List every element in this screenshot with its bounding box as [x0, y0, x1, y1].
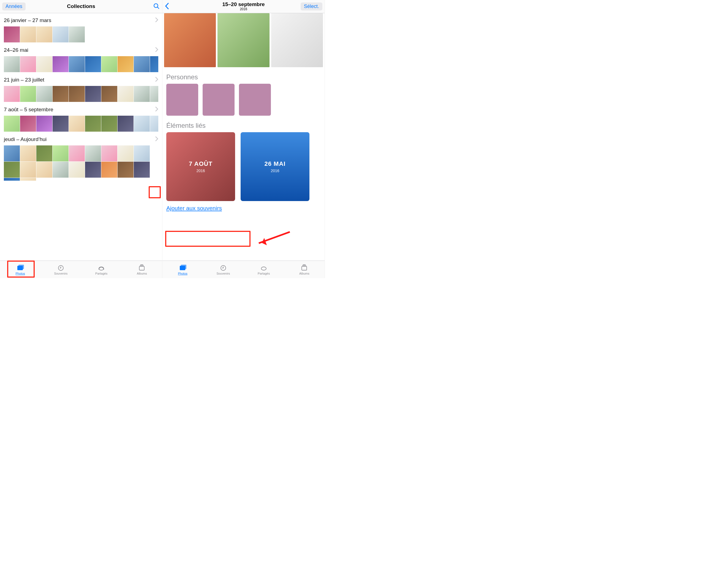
photo-thumb[interactable]: [20, 26, 36, 42]
thumbnail-strip: [4, 26, 158, 43]
people-heading: Personnes: [162, 67, 325, 84]
year: 2016: [222, 7, 264, 11]
memory-title: 7 AOÛT: [189, 160, 213, 168]
photo-thumb[interactable]: [134, 56, 150, 72]
tab-albums[interactable]: Albums: [122, 261, 162, 278]
photo-thumb[interactable]: [4, 162, 20, 178]
photo-thumb[interactable]: [101, 162, 117, 178]
page-title: Collections: [67, 4, 95, 9]
thumbnail-strip: [4, 145, 158, 181]
photo-thumb[interactable]: [20, 86, 36, 102]
navbar-left: Années Collections: [0, 0, 162, 13]
section-jun-jul[interactable]: 21 juin – 23 juillet: [4, 77, 158, 83]
chevron-right-icon: [155, 17, 158, 24]
person-face[interactable]: [239, 84, 271, 116]
select-button[interactable]: Sélect.: [301, 2, 322, 10]
tab-label: Souvenirs: [54, 272, 68, 275]
navbar-right: 15–20 septembre 2016 Sélect.: [162, 0, 325, 13]
section-aug-sep[interactable]: 7 août – 5 septembre: [4, 106, 158, 113]
photo-thumb[interactable]: [20, 145, 36, 162]
tab-label: Albums: [137, 272, 147, 275]
photo-thumb[interactable]: [69, 162, 85, 178]
photo-thumb[interactable]: [4, 56, 20, 72]
photo-thumb[interactable]: [118, 86, 133, 102]
photo-thumb[interactable]: [150, 56, 158, 72]
photo-thumb[interactable]: [118, 145, 133, 162]
memory-card[interactable]: 26 MAI 2016: [241, 132, 310, 201]
photo-thumb[interactable]: [118, 56, 133, 72]
svg-rect-3: [18, 265, 24, 269]
photo-thumb[interactable]: [134, 145, 150, 162]
photo-thumb[interactable]: [52, 86, 69, 102]
tabbar: Photos Souvenirs Partagés Albums: [0, 261, 162, 278]
photo-thumb[interactable]: [52, 56, 69, 72]
tab-photos[interactable]: Photos: [0, 261, 40, 278]
tab-shared[interactable]: Partagés: [244, 261, 284, 278]
photo-thumb[interactable]: [20, 56, 36, 72]
search-icon[interactable]: [153, 2, 160, 11]
related-heading: Éléments liés: [162, 116, 325, 132]
photo-thumb[interactable]: [52, 116, 69, 132]
photo-thumb[interactable]: [218, 13, 269, 67]
photo-thumb[interactable]: [134, 86, 150, 102]
photo-thumb[interactable]: [20, 178, 36, 181]
section-may[interactable]: 24–26 mai: [4, 47, 158, 54]
photo-thumb[interactable]: [118, 116, 133, 132]
photo-thumb[interactable]: [69, 116, 85, 132]
photo-thumb[interactable]: [150, 86, 158, 102]
photo-thumb[interactable]: [36, 56, 52, 72]
photo-thumb[interactable]: [69, 86, 85, 102]
photo-thumb[interactable]: [36, 162, 52, 178]
photo-thumb[interactable]: [118, 162, 133, 178]
photo-thumb[interactable]: [36, 86, 52, 102]
photo-thumb[interactable]: [69, 145, 85, 162]
back-chevron-icon[interactable]: [164, 2, 169, 11]
tab-albums[interactable]: Albums: [284, 261, 325, 278]
photo-thumb[interactable]: [52, 26, 69, 42]
photo-thumb[interactable]: [4, 178, 20, 181]
section-today[interactable]: jeudi – Aujourd’hui: [4, 136, 158, 143]
add-to-memories-link[interactable]: Ajouter aux souvenirs: [162, 201, 325, 215]
back-button-years[interactable]: Années: [2, 2, 26, 10]
photo-thumb[interactable]: [4, 145, 20, 162]
photo-thumb[interactable]: [52, 145, 69, 162]
svg-line-1: [157, 7, 159, 9]
photo-thumb[interactable]: [101, 145, 117, 162]
photo-thumb[interactable]: [69, 26, 85, 42]
photo-thumb[interactable]: [4, 26, 20, 42]
photo-thumb[interactable]: [4, 86, 20, 102]
photo-thumb[interactable]: [69, 56, 85, 72]
person-face[interactable]: [166, 84, 198, 116]
photo-thumb[interactable]: [134, 162, 150, 178]
photo-thumb[interactable]: [4, 116, 20, 132]
photo-thumb[interactable]: [36, 26, 52, 42]
photo-thumb[interactable]: [150, 116, 158, 132]
photo-thumb[interactable]: [20, 162, 36, 178]
thumbnail-strip: [4, 86, 158, 102]
memory-card[interactable]: 7 AOÛT 2016: [166, 132, 235, 201]
person-face[interactable]: [203, 84, 235, 116]
photo-thumb[interactable]: [101, 116, 117, 132]
photo-thumb[interactable]: [271, 13, 323, 67]
photo-thumb[interactable]: [85, 145, 101, 162]
photo-thumb[interactable]: [36, 145, 52, 162]
tab-memories[interactable]: Souvenirs: [40, 261, 81, 278]
tab-shared[interactable]: Partagés: [81, 261, 122, 278]
photo-thumb[interactable]: [134, 116, 150, 132]
photo-thumb[interactable]: [85, 116, 101, 132]
tab-memories[interactable]: Souvenirs: [203, 261, 243, 278]
photo-thumb[interactable]: [85, 56, 101, 72]
photo-thumb[interactable]: [164, 13, 216, 67]
photo-thumb[interactable]: [52, 162, 69, 178]
related-memories-row: 7 AOÛT 2016 26 MAI 2016: [162, 132, 325, 201]
photo-thumb[interactable]: [20, 116, 36, 132]
photo-thumb[interactable]: [101, 86, 117, 102]
photo-thumb[interactable]: [101, 56, 117, 72]
tab-label: Partagés: [258, 272, 270, 275]
section-jan-mar[interactable]: 26 janvier – 27 mars: [4, 17, 158, 24]
photo-thumb[interactable]: [85, 86, 101, 102]
photo-thumb[interactable]: [36, 116, 52, 132]
tab-photos[interactable]: Photos: [162, 261, 203, 278]
tab-label: Albums: [299, 272, 310, 275]
photo-thumb[interactable]: [85, 162, 101, 178]
